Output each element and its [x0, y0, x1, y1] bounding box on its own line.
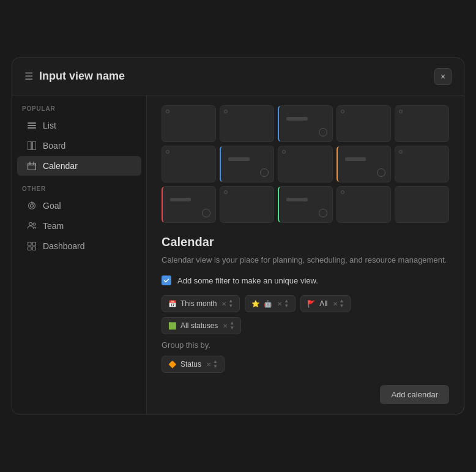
view-card-9[interactable] [337, 146, 391, 182]
section-title: Calendar [162, 235, 449, 249]
close-button[interactable]: × [434, 68, 452, 85]
svg-rect-15 [28, 242, 32, 245]
chip-controls-group: ✕ ▲ ▼ [206, 359, 218, 369]
chip-close-3[interactable]: ✕ [333, 301, 338, 307]
content-area: Calendar Calendar view is your place for… [147, 96, 464, 414]
modal-header: ☰ Input view name × [12, 58, 464, 96]
chip-close-4[interactable]: ✕ [223, 323, 228, 329]
sidebar-item-team[interactable]: Team [17, 216, 141, 236]
chip-controls-1: ✕ ▲ ▼ [221, 299, 233, 309]
chip-arrows-4[interactable]: ▲ ▼ [229, 321, 234, 331]
svg-rect-0 [28, 122, 36, 124]
flag-filter-icon: 🚩 [307, 299, 316, 308]
chip-arrows-1[interactable]: ▲ ▼ [228, 299, 233, 309]
view-card-15[interactable] [395, 186, 449, 223]
filter-this-month-label: This month [180, 299, 217, 308]
svg-rect-1 [28, 125, 36, 126]
sidebar-other-section: OTHER Goal [12, 185, 146, 256]
calendar-filter-icon: 📅 [168, 299, 177, 308]
goal-icon [27, 201, 37, 211]
svg-rect-4 [32, 141, 36, 150]
sidebar-item-calendar[interactable]: Calendar [17, 156, 141, 176]
list-icon [27, 121, 37, 130]
group-by-label: Group this by. [162, 340, 449, 350]
view-card-13[interactable] [278, 186, 332, 223]
filter-chip-all[interactable]: 🚩 All ✕ ▲ ▼ [300, 295, 351, 312]
sidebar-item-goal[interactable]: Goal [17, 196, 141, 215]
svg-rect-5 [28, 163, 36, 170]
filters-row-2: 🟩 All statuses ✕ ▲ ▼ [162, 317, 449, 334]
view-card-2[interactable] [220, 105, 274, 142]
sidebar-dashboard-label: Dashboard [43, 241, 85, 251]
modal-body: POPULAR List [12, 96, 464, 414]
svg-rect-2 [28, 127, 36, 129]
sidebar: POPULAR List [12, 96, 147, 414]
view-grid [162, 105, 449, 223]
view-card-6[interactable] [162, 146, 216, 182]
group-by-chip[interactable]: 🔶 Status ✕ ▲ ▼ [162, 356, 225, 373]
checkbox-label: Add some filter to make an unique view. [177, 276, 318, 285]
chip-arrows-group[interactable]: ▲ ▼ [213, 359, 218, 369]
sidebar-item-list[interactable]: List [17, 116, 141, 135]
popular-label: POPULAR [12, 105, 146, 112]
chip-controls-2: ✕ ▲ ▼ [277, 299, 289, 309]
view-card-5[interactable] [395, 105, 449, 142]
chip-close-1[interactable]: ✕ [221, 301, 226, 307]
other-label: OTHER [12, 185, 146, 192]
sidebar-calendar-label: Calendar [43, 161, 78, 171]
chip-arrows-2[interactable]: ▲ ▼ [284, 299, 289, 309]
filters-row-1: 📅 This month ✕ ▲ ▼ ⭐ 🤖 ✕ [162, 295, 449, 312]
svg-rect-17 [28, 247, 32, 250]
team-icon [27, 221, 37, 231]
view-card-12[interactable] [220, 186, 274, 223]
sidebar-popular-section: POPULAR List [12, 105, 146, 176]
view-card-4[interactable] [337, 105, 391, 142]
view-card-14[interactable] [337, 186, 391, 223]
chip-controls-4: ✕ ▲ ▼ [223, 321, 234, 331]
status-group-icon: 🔶 [168, 360, 177, 369]
filter-chip-assignee[interactable]: ⭐ 🤖 ✕ ▲ ▼ [245, 295, 296, 312]
filter-checkbox[interactable] [162, 275, 171, 285]
view-card-8[interactable] [278, 146, 332, 182]
sidebar-item-dashboard[interactable]: Dashboard [17, 236, 141, 256]
board-icon [27, 141, 37, 151]
assignee-avatar-icon: 🤖 [264, 299, 272, 308]
view-card-11[interactable] [162, 186, 216, 223]
sidebar-board-label: Board [43, 141, 65, 151]
header-left: ☰ Input view name [24, 70, 125, 83]
chip-close-group[interactable]: ✕ [206, 361, 211, 368]
group-by-chip-label: Status [180, 360, 201, 369]
chip-close-2[interactable]: ✕ [277, 301, 282, 307]
view-card-10[interactable] [395, 146, 449, 182]
group-by-row: 🔶 Status ✕ ▲ ▼ [162, 356, 449, 373]
filter-all-label: All [319, 299, 327, 308]
filter-chip-this-month[interactable]: 📅 This month ✕ ▲ ▼ [162, 295, 240, 312]
checkbox-row: Add some filter to make an unique view. [162, 275, 449, 285]
add-calendar-button[interactable]: Add calendar [380, 385, 449, 404]
section-desc: Calendar view is your place for planning… [162, 254, 449, 266]
chip-controls-3: ✕ ▲ ▼ [333, 299, 344, 309]
filter-all-statuses-label: All statuses [180, 321, 218, 330]
sidebar-list-label: List [43, 121, 56, 130]
svg-point-10 [31, 204, 34, 207]
svg-rect-16 [32, 242, 36, 245]
sidebar-item-board[interactable]: Board [17, 136, 141, 155]
view-card-7[interactable] [220, 146, 274, 182]
svg-point-14 [33, 223, 35, 225]
svg-rect-18 [32, 247, 36, 250]
dashboard-icon [27, 241, 37, 251]
status-filter-icon: 🟩 [168, 321, 177, 330]
view-card-1[interactable] [162, 105, 216, 142]
sidebar-goal-label: Goal [43, 201, 61, 211]
svg-rect-3 [28, 141, 31, 150]
sidebar-team-label: Team [43, 221, 64, 231]
view-card-3[interactable] [278, 105, 332, 142]
svg-point-13 [29, 222, 32, 225]
filter-chip-all-statuses[interactable]: 🟩 All statuses ✕ ▲ ▼ [162, 317, 241, 334]
chip-arrows-3[interactable]: ▲ ▼ [340, 299, 344, 309]
calendar-icon [27, 161, 37, 171]
modal: ☰ Input view name × POPULAR List [12, 58, 464, 415]
modal-title: Input view name [39, 70, 125, 83]
menu-icon: ☰ [24, 70, 33, 82]
assignee-filter-icon: ⭐ [251, 299, 260, 308]
